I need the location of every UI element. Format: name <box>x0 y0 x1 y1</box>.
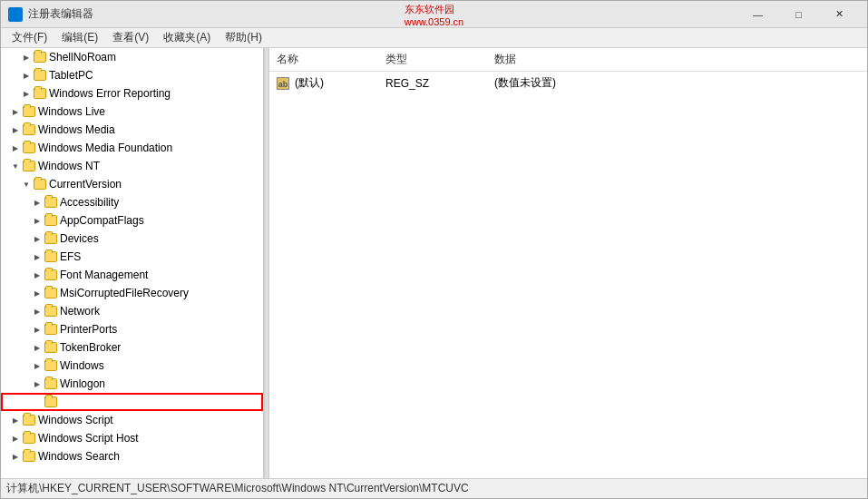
folder-icon <box>23 161 35 171</box>
expand-icon[interactable]: ▶ <box>30 213 44 228</box>
expand-icon[interactable]: ▶ <box>8 413 23 427</box>
expand-icon[interactable]: ▶ <box>30 377 44 391</box>
minimize-button[interactable]: — <box>737 1 778 28</box>
expand-icon[interactable]: ▶ <box>30 231 44 246</box>
expand-icon[interactable]: ▶ <box>19 68 34 83</box>
tree-item[interactable]: ▶PrinterPorts <box>1 320 263 338</box>
tree-item[interactable]: ▶Windows Error Reporting <box>1 84 263 103</box>
folder-icon <box>44 324 57 335</box>
tree-item[interactable]: ▶Devices <box>1 230 263 248</box>
detail-row[interactable]: ab (默认) REG_SZ (数值未设置) <box>269 72 867 94</box>
expand-icon[interactable]: ▶ <box>8 449 23 464</box>
col-type: 类型 <box>385 52 494 67</box>
tree-item-label: Network <box>60 302 100 320</box>
folder-icon <box>44 233 57 244</box>
folder-icon <box>23 124 35 135</box>
tree-item[interactable]: ▶Windows Media Foundation <box>1 139 263 157</box>
folder-icon <box>44 215 57 226</box>
tree-item-label: Windows Live <box>38 103 105 121</box>
expand-icon[interactable]: ▶ <box>8 104 23 119</box>
tree-item-label: Windows <box>60 357 104 375</box>
tree-item-label: TabletPC <box>49 66 93 84</box>
expand-icon[interactable]: ▶ <box>8 141 23 155</box>
menu-bar: 文件(F) 编辑(E) 查看(V) 收藏夹(A) 帮助(H) <box>1 28 867 48</box>
title-bar: 注册表编辑器 东东软件园www.0359.cn — □ ✕ <box>1 1 867 28</box>
tree-item-label: MsiCorruptedFileRecovery <box>60 284 189 302</box>
expand-icon[interactable]: ▶ <box>19 86 34 101</box>
tree-item[interactable]: MTCUVC <box>1 393 263 411</box>
expand-icon[interactable]: ▶ <box>30 358 44 373</box>
tree-item-label: AppCompatFlags <box>60 211 144 230</box>
status-bar: 计算机\HKEY_CURRENT_USER\SOFTWARE\Microsoft… <box>1 478 867 498</box>
tree-item[interactable]: ▶Font Management <box>1 266 263 284</box>
expand-icon[interactable]: ▼ <box>19 177 34 191</box>
tree-item[interactable]: ▶TabletPC <box>1 66 263 84</box>
close-button[interactable]: ✕ <box>819 1 860 28</box>
tree-item[interactable]: ▶TokenBroker <box>1 338 263 357</box>
folder-icon <box>44 396 57 407</box>
folder-icon <box>44 378 57 389</box>
tree-item[interactable]: ▼CurrentVersion <box>1 175 263 193</box>
tree-item-label: CurrentVersion <box>49 175 122 193</box>
expand-icon[interactable]: ▶ <box>19 50 34 64</box>
tree-item[interactable]: ▶EFS <box>1 248 263 266</box>
tree-item-label: Font Management <box>60 266 148 284</box>
col-name: 名称 <box>277 52 385 67</box>
tree-item[interactable]: ▶Windows Media <box>1 121 263 139</box>
menu-favorites[interactable]: 收藏夹(A) <box>156 28 218 47</box>
folder-icon <box>34 70 46 81</box>
tree-item[interactable]: ▶Windows Live <box>1 103 263 121</box>
status-text: 计算机\HKEY_CURRENT_USER\SOFTWARE\Microsoft… <box>6 481 469 496</box>
tree-item-label: Windows NT <box>38 157 100 175</box>
tree-item[interactable]: ▶Winlogon <box>1 375 263 393</box>
folder-icon <box>23 415 35 426</box>
tree-item-label: Winlogon <box>60 375 105 393</box>
tree-item[interactable]: ▶Windows Script Host <box>1 429 263 447</box>
detail-header: 名称 类型 数据 <box>269 48 867 72</box>
tree-item-label: ShellNoRoam <box>49 48 116 66</box>
folder-icon <box>44 360 57 371</box>
expand-icon[interactable]: ▶ <box>30 268 44 282</box>
entry-data: (数值未设置) <box>494 75 860 91</box>
tree-item-label: Windows Media Foundation <box>38 139 172 157</box>
folder-icon <box>44 342 57 353</box>
content-area: ▶ShellNoRoam▶TabletPC▶Windows Error Repo… <box>1 48 867 478</box>
tree-item[interactable]: ▶Accessibility <box>1 193 263 211</box>
tree-item-label: Windows Search <box>38 447 120 465</box>
menu-file[interactable]: 文件(F) <box>5 28 54 47</box>
tree-item[interactable]: ▶Network <box>1 302 263 320</box>
folder-icon <box>23 142 35 153</box>
tree-item-label: Devices <box>60 230 99 248</box>
maximize-button[interactable]: □ <box>778 1 819 28</box>
tree-item[interactable]: ▶Windows Search <box>1 447 263 465</box>
app-logo <box>8 7 23 22</box>
folder-icon <box>34 88 46 99</box>
expand-icon[interactable]: ▶ <box>30 250 44 264</box>
tree-item-label: Windows Error Reporting <box>49 84 171 103</box>
expand-icon[interactable]: ▶ <box>30 340 44 355</box>
tree-item[interactable]: ▶Windows Script <box>1 411 263 429</box>
folder-icon <box>44 269 57 280</box>
folder-icon <box>23 451 35 462</box>
expand-icon[interactable]: ▶ <box>30 322 44 337</box>
expand-icon[interactable]: ▶ <box>30 195 44 210</box>
tree-item[interactable]: ▼Windows NT <box>1 157 263 175</box>
menu-help[interactable]: 帮助(H) <box>218 28 269 47</box>
menu-view[interactable]: 查看(V) <box>105 28 156 47</box>
col-data: 数据 <box>494 52 860 67</box>
expand-icon[interactable]: ▶ <box>30 286 44 300</box>
tree-item-label: Windows Media <box>38 121 115 139</box>
expand-icon[interactable]: ▶ <box>8 431 23 445</box>
tree-item[interactable]: ▶AppCompatFlags <box>1 211 263 230</box>
registry-editor-window: 注册表编辑器 东东软件园www.0359.cn — □ ✕ 文件(F) 编辑(E… <box>0 0 868 499</box>
menu-edit[interactable]: 编辑(E) <box>54 28 105 47</box>
folder-icon <box>44 197 57 208</box>
registry-tree[interactable]: ▶ShellNoRoam▶TabletPC▶Windows Error Repo… <box>1 48 264 478</box>
expand-icon[interactable]: ▼ <box>8 159 23 173</box>
expand-icon[interactable]: ▶ <box>30 304 44 318</box>
tree-item[interactable]: ▶Windows <box>1 357 263 375</box>
tree-item[interactable]: ▶MsiCorruptedFileRecovery <box>1 284 263 302</box>
tree-item[interactable]: ▶ShellNoRoam <box>1 48 263 66</box>
tree-item-label: TokenBroker <box>60 338 121 357</box>
expand-icon[interactable]: ▶ <box>8 122 23 137</box>
